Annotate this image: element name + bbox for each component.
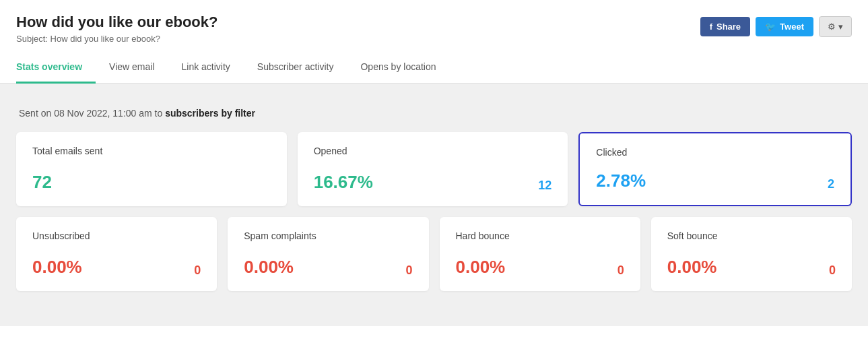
stat-count-unsubscribed: 0 (194, 263, 201, 278)
stat-label-unsubscribed: Unsubscribed (32, 230, 201, 241)
stat-value-spam-complaints: 0.00% (244, 257, 294, 278)
stat-label-soft-bounce: Soft bounce (667, 230, 836, 241)
share-label: Share (716, 22, 741, 32)
stat-label-clicked: Clicked (596, 147, 834, 158)
tab-opens-by-location-label: Opens by location (360, 61, 436, 72)
stat-count-hard-bounce: 0 (617, 263, 624, 278)
tab-opens-by-location[interactable]: Opens by location (347, 52, 449, 84)
stat-bottom-clicked: 2.78% 2 (596, 170, 834, 191)
tab-subscriber-activity-label: Subscriber activity (257, 61, 334, 72)
stat-bottom-soft-bounce: 0.00% 0 (667, 257, 836, 278)
stat-bottom-unsubscribed: 0.00% 0 (32, 257, 201, 278)
share-button[interactable]: f Share (700, 17, 750, 36)
tab-stats-overview[interactable]: Stats overview (16, 52, 96, 84)
subject-line: Subject: How did you like our ebook? (16, 34, 218, 44)
tab-link-activity-label: Link activity (182, 61, 230, 72)
twitter-icon: 🐦 (765, 22, 776, 32)
page-wrapper: How did you like our ebook? Subject: How… (0, 0, 868, 343)
stat-bottom-hard-bounce: 0.00% 0 (456, 257, 624, 278)
stat-card-clicked: Clicked 2.78% 2 (578, 132, 852, 206)
stat-count-clicked: 2 (828, 177, 834, 191)
stat-label-hard-bounce: Hard bounce (456, 230, 624, 241)
header-left: How did you like our ebook? Subject: How… (16, 13, 218, 44)
stat-card-spam-complaints: Spam complaints 0.00% 0 (228, 217, 428, 291)
sent-info-prefix: Sent on 08 Nov 2022, 11:00 am to (19, 108, 165, 119)
stat-card-soft-bounce: Soft bounce 0.00% 0 (651, 217, 852, 291)
stat-count-spam-complaints: 0 (405, 263, 412, 278)
facebook-icon: f (710, 22, 712, 32)
tab-link-activity[interactable]: Link activity (168, 52, 244, 84)
stat-label-spam-complaints: Spam complaints (244, 230, 412, 241)
stat-count-soft-bounce: 0 (829, 263, 836, 278)
tab-view-email[interactable]: View email (96, 52, 168, 84)
tab-view-email-label: View email (109, 61, 154, 72)
gear-icon: ⚙ (828, 22, 836, 32)
content-area: Sent on 08 Nov 2022, 11:00 am to subscri… (0, 84, 868, 326)
sent-info: Sent on 08 Nov 2022, 11:00 am to subscri… (16, 97, 852, 119)
stat-card-opened: Opened 16.67% 12 (298, 132, 568, 206)
tab-bar: Stats overview View email Link activity … (0, 52, 868, 84)
tab-subscriber-activity[interactable]: Subscriber activity (244, 52, 347, 84)
stat-value-clicked: 2.78% (596, 170, 646, 191)
stat-label-opened: Opened (314, 146, 552, 156)
stat-value-hard-bounce: 0.00% (456, 257, 506, 278)
stat-value-opened: 16.67% (314, 172, 373, 193)
stat-card-total-emails-sent: Total emails sent 72 (16, 132, 287, 206)
page-title: How did you like our ebook? (16, 13, 218, 31)
stat-value-total-emails-sent: 72 (32, 172, 52, 193)
header: How did you like our ebook? Subject: How… (0, 0, 868, 44)
chevron-down-icon: ▾ (838, 22, 843, 32)
stat-card-hard-bounce: Hard bounce 0.00% 0 (440, 217, 640, 291)
stat-value-soft-bounce: 0.00% (667, 257, 717, 278)
tweet-button[interactable]: 🐦 Tweet (756, 17, 813, 36)
settings-button[interactable]: ⚙ ▾ (819, 16, 852, 37)
stats-bottom-row: Unsubscribed 0.00% 0 Spam complaints 0.0… (16, 217, 852, 291)
stat-value-unsubscribed: 0.00% (32, 257, 82, 278)
stats-top-row: Total emails sent 72 Opened 16.67% 12 Cl… (16, 132, 852, 206)
stat-label-total-emails-sent: Total emails sent (32, 146, 271, 156)
stat-count-opened: 12 (538, 179, 552, 193)
stat-bottom-opened: 16.67% 12 (314, 172, 552, 193)
tab-stats-overview-label: Stats overview (16, 61, 82, 72)
header-actions: f Share 🐦 Tweet ⚙ ▾ (700, 13, 852, 37)
stat-bottom-spam: 0.00% 0 (244, 257, 412, 278)
stat-bottom-total: 72 (32, 172, 271, 193)
sent-info-bold: subscribers by filter (165, 108, 255, 119)
stat-card-unsubscribed: Unsubscribed 0.00% 0 (16, 217, 217, 291)
tweet-label: Tweet (780, 22, 804, 32)
